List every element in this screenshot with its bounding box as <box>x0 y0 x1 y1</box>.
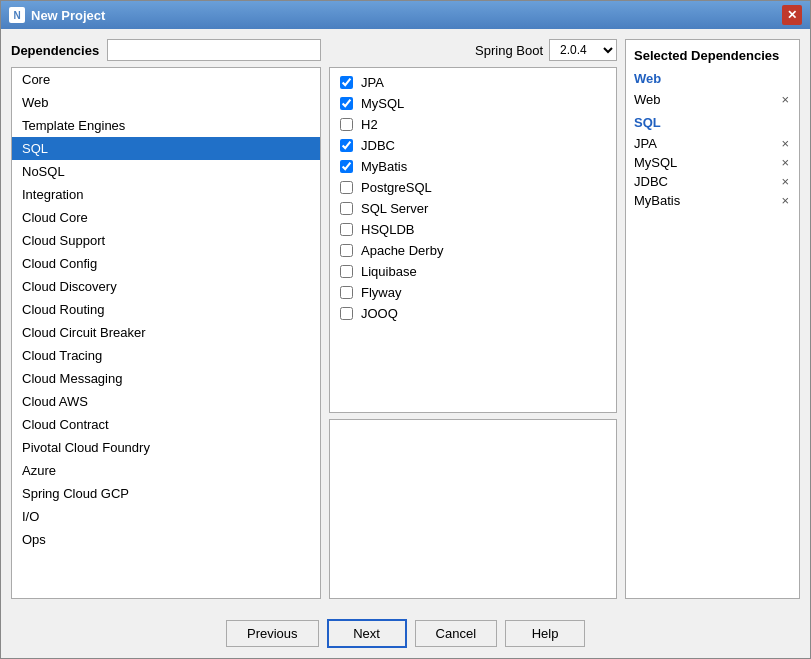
category-item-cloud-core[interactable]: Cloud Core <box>12 206 320 229</box>
dep-label-postgresql[interactable]: PostgreSQL <box>361 180 432 195</box>
dep-item-flyway: Flyway <box>330 282 616 303</box>
title-bar-text: New Project <box>31 8 105 23</box>
description-panel <box>329 419 617 599</box>
dep-label-jdbc[interactable]: JDBC <box>361 138 395 153</box>
category-item-io[interactable]: I/O <box>12 505 320 528</box>
selected-dep-item: MySQL× <box>634 153 791 172</box>
category-item-ops[interactable]: Ops <box>12 528 320 551</box>
selected-dep-label: JDBC <box>634 174 668 189</box>
dep-checkbox-flyway[interactable] <box>340 286 353 299</box>
selected-section-web: Web <box>634 71 791 86</box>
selected-deps-title: Selected Dependencies <box>634 48 791 63</box>
category-item-cloud-contract[interactable]: Cloud Contract <box>12 413 320 436</box>
selected-dep-item: Web× <box>634 90 791 109</box>
dep-label-mybatis[interactable]: MyBatis <box>361 159 407 174</box>
next-button[interactable]: Next <box>327 619 407 648</box>
dep-checkbox-jpa[interactable] <box>340 76 353 89</box>
dep-label-jpa[interactable]: JPA <box>361 75 384 90</box>
category-item-cloud-discovery[interactable]: Cloud Discovery <box>12 275 320 298</box>
remove-dep-button[interactable]: × <box>779 137 791 150</box>
dep-item-jooq: JOOQ <box>330 303 616 324</box>
remove-dep-button[interactable]: × <box>779 194 791 207</box>
dep-item-liquibase: Liquibase <box>330 261 616 282</box>
dep-item-hsqldb: HSQLDB <box>330 219 616 240</box>
main-content: Dependencies CoreWebTemplate EnginesSQLN… <box>1 29 810 609</box>
category-item-cloud-config[interactable]: Cloud Config <box>12 252 320 275</box>
dep-checkbox-jooq[interactable] <box>340 307 353 320</box>
selected-deps-panel: Selected Dependencies WebWeb×SQLJPA×MySQ… <box>625 39 800 599</box>
category-item-azure[interactable]: Azure <box>12 459 320 482</box>
category-item-nosql[interactable]: NoSQL <box>12 160 320 183</box>
category-item-template-engines[interactable]: Template Engines <box>12 114 320 137</box>
category-item-cloud-messaging[interactable]: Cloud Messaging <box>12 367 320 390</box>
category-list: CoreWebTemplate EnginesSQLNoSQLIntegrati… <box>11 67 321 599</box>
title-bar: N New Project ✕ <box>1 1 810 29</box>
dep-label-apache-derby[interactable]: Apache Derby <box>361 243 443 258</box>
dep-label-mysql[interactable]: MySQL <box>361 96 404 111</box>
dep-item-jpa: JPA <box>330 72 616 93</box>
selected-section-sql: SQL <box>634 115 791 130</box>
selected-dep-label: Web <box>634 92 661 107</box>
remove-dep-button[interactable]: × <box>779 93 791 106</box>
selected-dep-item: JDBC× <box>634 172 791 191</box>
dep-item-jdbc: JDBC <box>330 135 616 156</box>
dep-item-postgresql: PostgreSQL <box>330 177 616 198</box>
deps-list: JPAMySQLH2JDBCMyBatisPostgreSQLSQL Serve… <box>329 67 617 413</box>
close-button[interactable]: ✕ <box>782 5 802 25</box>
dep-item-apache-derby: Apache Derby <box>330 240 616 261</box>
left-panel: Dependencies CoreWebTemplate EnginesSQLN… <box>11 39 321 599</box>
deps-label: Dependencies <box>11 43 99 58</box>
help-button[interactable]: Help <box>505 620 585 647</box>
middle-panel: Spring Boot 2.0.42.0.31.5.14 JPAMySQLH2J… <box>329 39 617 599</box>
spring-boot-select[interactable]: 2.0.42.0.31.5.14 <box>549 39 617 61</box>
dep-checkbox-jdbc[interactable] <box>340 139 353 152</box>
footer: Previous Next Cancel Help <box>1 609 810 658</box>
dep-label-jooq[interactable]: JOOQ <box>361 306 398 321</box>
dep-label-hsqldb[interactable]: HSQLDB <box>361 222 414 237</box>
remove-dep-button[interactable]: × <box>779 156 791 169</box>
dep-label-sql-server[interactable]: SQL Server <box>361 201 428 216</box>
remove-dep-button[interactable]: × <box>779 175 791 188</box>
spring-boot-header: Spring Boot 2.0.42.0.31.5.14 <box>329 39 617 61</box>
dep-checkbox-mybatis[interactable] <box>340 160 353 173</box>
dep-label-liquibase[interactable]: Liquibase <box>361 264 417 279</box>
dep-item-mysql: MySQL <box>330 93 616 114</box>
dep-label-flyway[interactable]: Flyway <box>361 285 401 300</box>
category-item-integration[interactable]: Integration <box>12 183 320 206</box>
spring-boot-label: Spring Boot <box>475 43 543 58</box>
selected-dep-label: MyBatis <box>634 193 680 208</box>
selected-dep-item: JPA× <box>634 134 791 153</box>
dep-checkbox-liquibase[interactable] <box>340 265 353 278</box>
category-item-cloud-aws[interactable]: Cloud AWS <box>12 390 320 413</box>
dep-checkbox-mysql[interactable] <box>340 97 353 110</box>
selected-deps-content: WebWeb×SQLJPA×MySQL×JDBC×MyBatis× <box>634 71 791 210</box>
category-item-core[interactable]: Core <box>12 68 320 91</box>
selected-dep-item: MyBatis× <box>634 191 791 210</box>
selected-dep-label: JPA <box>634 136 657 151</box>
search-input[interactable] <box>107 39 321 61</box>
title-bar-icon: N <box>9 7 25 23</box>
category-item-spring-cloud-gcp[interactable]: Spring Cloud GCP <box>12 482 320 505</box>
dep-checkbox-hsqldb[interactable] <box>340 223 353 236</box>
cancel-button[interactable]: Cancel <box>415 620 497 647</box>
category-item-web[interactable]: Web <box>12 91 320 114</box>
dep-checkbox-postgresql[interactable] <box>340 181 353 194</box>
category-item-pivotal-cloud-foundry[interactable]: Pivotal Cloud Foundry <box>12 436 320 459</box>
deps-header: Dependencies <box>11 39 321 61</box>
dep-label-h2[interactable]: H2 <box>361 117 378 132</box>
category-item-cloud-routing[interactable]: Cloud Routing <box>12 298 320 321</box>
category-item-sql[interactable]: SQL <box>12 137 320 160</box>
dep-item-mybatis: MyBatis <box>330 156 616 177</box>
dep-checkbox-apache-derby[interactable] <box>340 244 353 257</box>
selected-dep-label: MySQL <box>634 155 677 170</box>
dep-item-h2: H2 <box>330 114 616 135</box>
category-item-cloud-circuit-breaker[interactable]: Cloud Circuit Breaker <box>12 321 320 344</box>
previous-button[interactable]: Previous <box>226 620 319 647</box>
dep-checkbox-h2[interactable] <box>340 118 353 131</box>
dep-item-sql-server: SQL Server <box>330 198 616 219</box>
category-item-cloud-tracing[interactable]: Cloud Tracing <box>12 344 320 367</box>
category-item-cloud-support[interactable]: Cloud Support <box>12 229 320 252</box>
dialog: N New Project ✕ Dependencies CoreWebTemp… <box>0 0 811 659</box>
dep-checkbox-sql-server[interactable] <box>340 202 353 215</box>
